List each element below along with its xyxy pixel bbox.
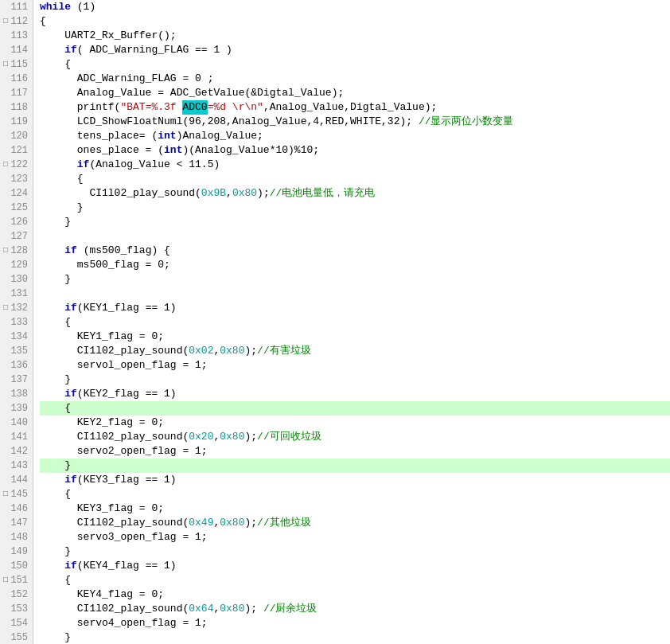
line-number: □132	[0, 301, 33, 315]
fold-indicator-icon[interactable]: □	[0, 57, 11, 72]
line-number: 150	[0, 559, 33, 573]
line-number: □112	[0, 14, 33, 29]
token-plain: );	[244, 344, 257, 358]
fold-indicator-icon[interactable]: □	[0, 301, 11, 315]
line-number: 153	[0, 602, 33, 616]
code-line: servo4_open_flag = 1;	[40, 616, 670, 630]
line-number: 147	[0, 516, 33, 530]
token-plain: )(Analog_Value*10)%10;	[182, 143, 319, 158]
token-plain: KEY2_flag = 0;	[40, 416, 164, 430]
token-plain: }	[40, 272, 71, 287]
line-number: 119	[0, 115, 33, 129]
fold-indicator-icon[interactable]: □	[0, 573, 11, 587]
code-line: ms500_flag = 0;	[40, 258, 670, 272]
token-hex: 0x20	[189, 430, 213, 444]
token-plain: ms500_flag = 0;	[40, 258, 170, 272]
token-plain: printf(	[40, 100, 120, 115]
token-hex: 0x02	[189, 344, 213, 358]
token-plain: tens_place= (	[40, 129, 158, 143]
line-number: 135	[0, 344, 33, 358]
token-plain: (KEY1_flag == 1)	[77, 301, 177, 315]
line-number: 137	[0, 373, 33, 387]
token-plain: KEY3_flag = 0;	[40, 502, 164, 516]
line-number: 127	[0, 229, 33, 244]
token-hex: 0x80	[220, 516, 244, 530]
line-number: □151	[0, 573, 33, 587]
code-editor: 111□112113114□115116117118119120121□1221…	[0, 0, 670, 644]
token-plain: servo4_open_flag = 1;	[40, 616, 208, 630]
code-line: KEY1_flag = 0;	[40, 330, 670, 344]
code-line: if(KEY1_flag == 1)	[40, 301, 670, 315]
token-plain	[40, 301, 64, 315]
line-number: □145	[0, 487, 33, 502]
token-plain: )Analog_Value;	[177, 129, 263, 143]
token-plain: );	[257, 186, 270, 201]
fold-indicator-icon[interactable]: □	[0, 14, 11, 29]
token-str: =%d \r\n"	[208, 100, 263, 115]
token-plain: ,	[213, 430, 220, 444]
token-plain: CI1l02_play_sound(	[40, 602, 189, 616]
line-number: 116	[0, 72, 33, 86]
code-line: }	[40, 630, 670, 644]
token-plain: ,	[226, 186, 232, 201]
code-line: }	[40, 215, 670, 229]
token-comment-cn: //有害垃圾	[257, 344, 311, 358]
code-line: {	[40, 315, 670, 330]
line-number: 143	[0, 459, 33, 473]
token-plain: {	[40, 14, 46, 29]
fold-indicator-icon[interactable]: □	[0, 158, 11, 172]
line-number-gutter: 111□112113114□115116117118119120121□1221…	[0, 0, 33, 644]
fold-indicator-icon[interactable]: □	[0, 244, 11, 258]
token-kw: int	[158, 129, 176, 143]
token-plain: ,	[213, 602, 220, 616]
line-number: 134	[0, 330, 33, 344]
token-kw: if	[64, 559, 77, 573]
code-line: {	[40, 14, 670, 29]
line-number: 138	[0, 387, 33, 401]
token-kw: while	[40, 0, 71, 14]
code-line: ones_place = (int)(Analog_Value*10)%10;	[40, 143, 670, 158]
token-plain: {	[40, 573, 71, 587]
token-plain: ones_place = (	[40, 143, 164, 158]
token-plain: }	[40, 373, 71, 387]
line-number: 149	[0, 544, 33, 559]
token-plain: );	[244, 516, 257, 530]
token-plain: {	[40, 315, 71, 330]
token-plain: }	[40, 201, 84, 215]
token-kw: if	[64, 43, 77, 57]
token-plain: KEY1_flag = 0;	[40, 330, 164, 344]
code-line: if(KEY4_flag == 1)	[40, 559, 670, 573]
line-number: 126	[0, 215, 33, 229]
code-line: {	[40, 487, 670, 502]
code-line	[40, 229, 670, 244]
line-number: 139	[0, 401, 33, 416]
token-plain: {	[40, 172, 84, 186]
code-line: {	[40, 401, 670, 416]
token-plain: }	[40, 459, 71, 473]
token-plain: ,Analog_Value,Digtal_Value);	[263, 100, 437, 115]
token-kw: if	[64, 301, 77, 315]
line-number: 148	[0, 530, 33, 544]
token-hex: 0x80	[232, 186, 257, 201]
line-number: 117	[0, 86, 33, 100]
code-line: }	[40, 544, 670, 559]
token-plain: }	[40, 215, 71, 229]
token-hex: 0x49	[189, 516, 213, 530]
token-kw: int	[164, 143, 182, 158]
token-str: "BAT=%.3f	[120, 100, 182, 115]
code-line: }	[40, 373, 670, 387]
token-plain: ,	[213, 344, 220, 358]
code-line: while (1)	[40, 0, 670, 14]
code-line: {	[40, 172, 670, 186]
fold-indicator-icon[interactable]: □	[0, 487, 11, 502]
code-line: Analog_Value = ADC_GetValue(&Digtal_Valu…	[40, 86, 670, 100]
code-area[interactable]: while (1){ UART2_Rx_Buffer(); if( ADC_Wa…	[33, 0, 670, 644]
line-number: 113	[0, 29, 33, 43]
code-line: {	[40, 57, 670, 72]
token-kw: if	[64, 244, 77, 258]
code-line: servo2_open_flag = 1;	[40, 444, 670, 459]
code-line: printf("BAT=%.3f ADC0=%d \r\n",Analog_Va…	[40, 100, 670, 115]
token-plain	[40, 43, 64, 57]
code-line: CI1l02_play_sound(0x20,0x80);//可回收垃圾	[40, 430, 670, 444]
line-number: 154	[0, 616, 33, 630]
